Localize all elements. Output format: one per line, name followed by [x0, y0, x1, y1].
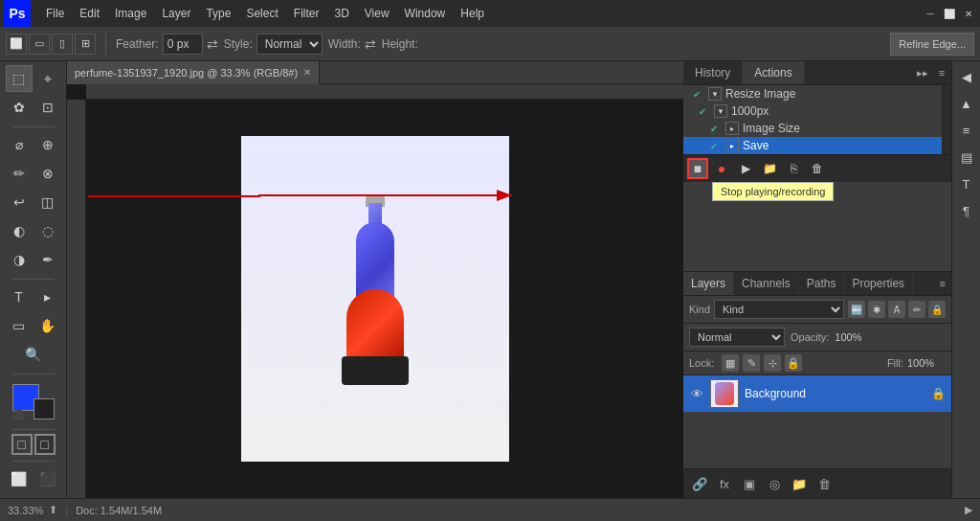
create-new-set-button[interactable]: 📁: [759, 158, 780, 179]
play-selection-button[interactable]: ▶: [735, 158, 756, 179]
free-transform-icon[interactable]: ⊞: [75, 34, 96, 55]
action-group-icon: ▼: [714, 104, 727, 118]
single-row-icon[interactable]: ▭: [29, 34, 50, 55]
dodge-tool[interactable]: ◑: [6, 246, 33, 273]
blur-tool[interactable]: ◌: [34, 217, 61, 244]
lasso-tool[interactable]: ⌖: [34, 65, 61, 92]
tab-paths[interactable]: Paths: [799, 272, 845, 295]
brush-tool[interactable]: ✏: [6, 160, 33, 187]
right-icon-2[interactable]: ≡: [955, 119, 978, 142]
right-icon-1[interactable]: ▲: [955, 92, 978, 115]
lock-pixels-icon[interactable]: ▦: [722, 354, 739, 372]
main-area: ⬚ ⌖ ✿ ⊡ ⌀ ⊕ ✏ ⊗ ↩ ◫ ◐ ◌ ◑ ✒ T: [0, 61, 980, 498]
tab-actions[interactable]: Actions: [743, 61, 804, 84]
add-mask-button[interactable]: ▣: [739, 473, 760, 494]
background-color[interactable]: [33, 398, 55, 419]
menu-filter[interactable]: Filter: [286, 3, 327, 24]
rectangular-marquee-icon[interactable]: ⬜: [6, 34, 27, 55]
right-icon-type[interactable]: T: [955, 172, 978, 195]
menu-select[interactable]: Select: [238, 3, 285, 24]
lock-all-icon[interactable]: 🔒: [785, 354, 802, 372]
panel-menu-icon[interactable]: ≡: [932, 63, 951, 82]
marquee-tool[interactable]: ⬚: [6, 65, 33, 92]
tab-channels[interactable]: Channels: [734, 272, 799, 295]
right-icon-para[interactable]: ¶: [955, 199, 978, 222]
clone-tool[interactable]: ⊗: [34, 160, 61, 187]
quick-select-tool[interactable]: ✿: [6, 94, 33, 121]
add-layer-style-button[interactable]: fx: [714, 473, 735, 494]
link-layers-button[interactable]: 🔗: [689, 473, 710, 494]
action-1000px[interactable]: ✔ ▼ 1000px: [683, 102, 942, 120]
lock-artboard-icon[interactable]: ⊹: [764, 354, 781, 372]
screen-mode-icon[interactable]: ⬜: [6, 465, 33, 492]
menu-image[interactable]: Image: [107, 3, 154, 24]
blend-mode-select[interactable]: Normal: [689, 328, 785, 347]
action-image-size[interactable]: ✔ ▸ Image Size: [683, 120, 942, 137]
layer-visibility-toggle[interactable]: 👁: [689, 386, 704, 401]
lock-position-icon[interactable]: ✎: [743, 354, 760, 372]
reset-colors-icon[interactable]: ⬛: [12, 410, 23, 419]
create-new-action-button[interactable]: ⎘: [783, 158, 804, 179]
filter-pixel-icon[interactable]: 🔤: [848, 301, 865, 318]
layer-background[interactable]: 👁 Background 🔒: [683, 375, 951, 412]
stop-playing-button[interactable]: ■: [687, 158, 708, 179]
type-tool[interactable]: T: [6, 283, 33, 310]
gradient-tool[interactable]: ◐: [6, 217, 33, 244]
tab-layers[interactable]: Layers: [683, 272, 734, 295]
document-tab[interactable]: perfume-1351937_1920.jpg @ 33.3% (RGB/8#…: [67, 61, 320, 84]
menu-type[interactable]: Type: [198, 3, 238, 24]
eraser-tool[interactable]: ◫: [34, 189, 61, 215]
pen-tool[interactable]: ✒: [34, 246, 61, 273]
delete-action-button[interactable]: 🗑: [807, 158, 828, 179]
history-brush-tool[interactable]: ↩: [6, 189, 33, 215]
menu-help[interactable]: Help: [453, 3, 492, 24]
feather-input[interactable]: [163, 34, 203, 55]
minimize-button[interactable]: ─: [923, 6, 938, 21]
menu-file[interactable]: File: [38, 3, 72, 24]
tab-history[interactable]: History: [683, 61, 743, 84]
hand-tool[interactable]: ✋: [34, 312, 61, 339]
shape-tool[interactable]: ▭: [6, 312, 33, 339]
opacity-value[interactable]: 100%: [835, 331, 873, 343]
single-col-icon[interactable]: ▯: [52, 34, 73, 55]
menu-window[interactable]: Window: [397, 3, 454, 24]
actions-panel: History Actions ▸▸ ≡ ✔ ▼ Resize Image ✔: [683, 61, 951, 272]
restore-button[interactable]: ⬜: [942, 6, 957, 21]
right-icon-3[interactable]: ▤: [955, 146, 978, 169]
path-select-tool[interactable]: ▸: [34, 283, 61, 310]
action-save[interactable]: ✔ ▸ Save: [683, 137, 942, 154]
quick-mask-on[interactable]: □: [34, 434, 56, 455]
filter-smart-icon[interactable]: 🔒: [928, 301, 946, 318]
fill-value[interactable]: 100%: [907, 357, 946, 369]
right-icon-collapse[interactable]: ◀: [955, 65, 978, 88]
quick-mask-off[interactable]: □: [11, 434, 33, 455]
eyedropper-tool[interactable]: ⌀: [6, 131, 33, 158]
filter-shape-icon[interactable]: ✏: [908, 301, 925, 318]
create-adjustment-button[interactable]: ◎: [764, 473, 785, 494]
menu-3d[interactable]: 3D: [326, 3, 356, 24]
action-resize-image[interactable]: ✔ ▼ Resize Image: [683, 85, 942, 102]
filter-type-icon[interactable]: A: [888, 301, 905, 318]
layers-panel-menu-icon[interactable]: ≡: [934, 278, 951, 289]
status-arrow-button[interactable]: ▶: [965, 504, 972, 516]
tab-properties[interactable]: Properties: [844, 272, 913, 295]
filter-kind-select[interactable]: Kind: [714, 300, 844, 319]
refine-edge-button[interactable]: Refine Edge...: [890, 33, 974, 56]
style-select[interactable]: Normal: [256, 34, 323, 55]
panel-expand-icon[interactable]: ▸▸: [913, 63, 932, 82]
actions-scrollbar[interactable]: [942, 85, 951, 154]
filter-adjustment-icon[interactable]: ✱: [868, 301, 885, 318]
delete-layer-button[interactable]: 🗑: [813, 473, 835, 494]
zoom-tool[interactable]: 🔍: [20, 341, 47, 368]
actions-toolbar-row: ■ ● ▶ 📁 ⎘ 🗑 Stop playing/recording: [683, 154, 951, 182]
spot-heal-tool[interactable]: ⊕: [34, 131, 61, 158]
close-button[interactable]: ✕: [961, 6, 976, 21]
full-screen-icon[interactable]: ⬛: [34, 465, 61, 492]
create-group-button[interactable]: 📁: [789, 473, 810, 494]
menu-view[interactable]: View: [357, 3, 397, 24]
menu-edit[interactable]: Edit: [72, 3, 107, 24]
begin-recording-button[interactable]: ●: [711, 158, 732, 179]
crop-tool[interactable]: ⊡: [34, 94, 61, 121]
menu-layer[interactable]: Layer: [154, 3, 198, 24]
tab-close-button[interactable]: ✕: [303, 67, 311, 78]
